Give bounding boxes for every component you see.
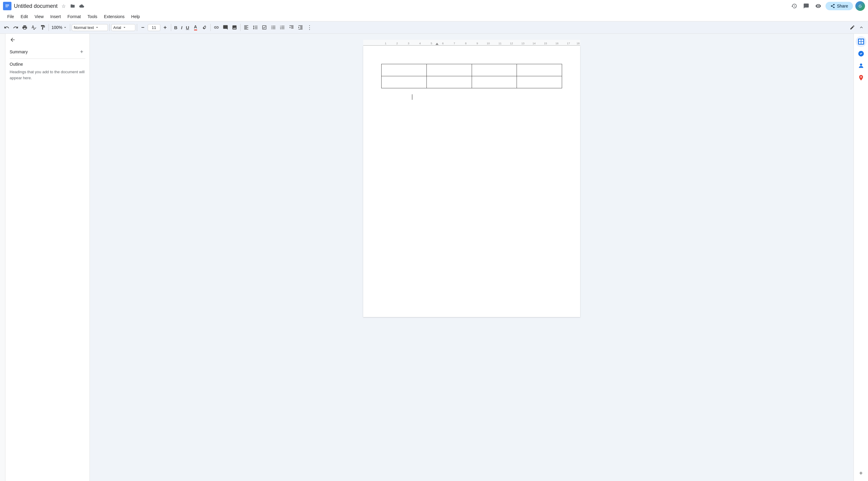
horizontal-ruler: 1 2 3 4 5 6 7 8 9 10 11 12 13 14 15 16 1… — [363, 40, 580, 46]
italic-button[interactable]: I — [180, 23, 184, 32]
svg-rect-1 — [5, 4, 9, 5]
share-button[interactable]: Share — [826, 2, 853, 10]
print-button[interactable] — [21, 23, 29, 32]
view-mode-button[interactable] — [813, 1, 823, 11]
title-icons: ☆ — [60, 2, 85, 10]
insert-image-button[interactable] — [230, 23, 239, 32]
text-cursor-area[interactable] — [411, 94, 562, 100]
tasks-addon-icon[interactable] — [856, 48, 867, 59]
menu-help[interactable]: Help — [128, 13, 143, 20]
divider-7 — [240, 24, 241, 31]
user-avatar[interactable]: G — [855, 1, 865, 11]
table-row — [381, 76, 562, 88]
table-cell[interactable] — [427, 76, 472, 88]
checklist-button[interactable] — [260, 23, 269, 32]
redo-button[interactable] — [11, 23, 20, 32]
menu-file[interactable]: File — [4, 13, 17, 20]
increase-indent-button[interactable] — [296, 23, 305, 32]
table-cell[interactable] — [427, 64, 472, 76]
insert-comment-button[interactable] — [221, 23, 230, 32]
text-style-label: Normal text — [74, 25, 94, 30]
document-page[interactable] — [363, 46, 580, 317]
text-color-button[interactable]: A — [191, 23, 200, 32]
menu-extensions[interactable]: Extensions — [101, 13, 127, 20]
svg-rect-7 — [859, 42, 861, 44]
text-style-selector[interactable]: Normal text — [72, 24, 108, 31]
bold-button[interactable]: B — [173, 23, 179, 32]
sidebar: Summary + Outline Headings that you add … — [5, 34, 90, 481]
menu-bar: File Edit View Insert Format Tools Exten… — [0, 12, 868, 21]
divider-1 — [49, 24, 49, 31]
share-label: Share — [837, 4, 848, 8]
sheets-addon-icon[interactable] — [856, 36, 867, 47]
numbered-list-button[interactable] — [278, 23, 287, 32]
font-label: Arial — [113, 25, 121, 30]
doc-title: Untitled document — [14, 3, 58, 9]
menu-insert[interactable]: Insert — [47, 13, 64, 20]
underline-button[interactable]: U — [184, 23, 191, 32]
menu-view[interactable]: View — [32, 13, 47, 20]
divider-3 — [110, 24, 110, 31]
zoom-selector[interactable]: 100% — [50, 24, 68, 30]
bullet-list-button[interactable] — [269, 23, 278, 32]
table-cell[interactable] — [472, 76, 517, 88]
chat-button[interactable] — [801, 1, 811, 11]
font-size-input[interactable]: 11 — [148, 24, 160, 31]
more-formatting-button[interactable]: ⋮ — [305, 23, 314, 32]
font-selector[interactable]: Arial — [111, 24, 135, 31]
paint-format-button[interactable] — [38, 23, 47, 32]
svg-point-10 — [860, 64, 862, 66]
align-button[interactable] — [242, 23, 250, 32]
menu-format[interactable]: Format — [64, 13, 84, 20]
version-history-button[interactable] — [789, 1, 799, 11]
highlight-color-button[interactable] — [200, 23, 209, 32]
table-cell[interactable] — [517, 76, 562, 88]
summary-section-header: Summary + — [10, 46, 85, 57]
maps-addon-icon[interactable] — [856, 72, 867, 83]
svg-rect-5 — [859, 39, 861, 41]
insert-link-button[interactable] — [212, 23, 221, 32]
font-size-decrease-button[interactable]: − — [138, 23, 147, 32]
add-addon-button[interactable]: + — [856, 468, 867, 479]
menu-tools[interactable]: Tools — [84, 13, 100, 20]
font-size-increase-button[interactable]: + — [161, 23, 169, 32]
text-insertion-cursor — [412, 94, 412, 100]
divider-4 — [137, 24, 137, 31]
move-to-folder-button[interactable] — [69, 2, 76, 10]
star-button[interactable]: ☆ — [60, 2, 67, 10]
svg-rect-6 — [861, 39, 863, 41]
contacts-addon-icon[interactable] — [856, 60, 867, 71]
save-to-drive-button[interactable] — [78, 2, 85, 10]
summary-title: Summary — [10, 50, 28, 54]
line-spacing-button[interactable] — [251, 23, 259, 32]
svg-rect-3 — [5, 7, 8, 7]
table-cell[interactable] — [517, 64, 562, 76]
vertical-ruler — [0, 34, 5, 481]
table-row — [381, 64, 562, 76]
svg-rect-2 — [5, 6, 9, 6]
divider-5 — [171, 24, 171, 31]
zoom-level: 100% — [52, 25, 62, 30]
summary-add-button[interactable]: + — [78, 48, 85, 56]
docs-icon — [3, 2, 11, 10]
document-area[interactable]: 1 2 3 4 5 6 7 8 9 10 11 12 13 14 15 16 1… — [90, 34, 854, 481]
main-layout: Summary + Outline Headings that you add … — [0, 34, 868, 481]
sidebar-back-button[interactable] — [10, 37, 85, 43]
table-cell[interactable] — [381, 64, 427, 76]
outline-title: Outline — [10, 62, 85, 67]
collapse-toolbar-button[interactable] — [857, 23, 866, 32]
formatting-toolbar: 100% Normal text Arial − 11 + B I U A — [0, 21, 868, 34]
svg-rect-8 — [861, 42, 863, 44]
undo-button[interactable] — [2, 23, 11, 32]
table-cell[interactable] — [381, 76, 427, 88]
menu-edit[interactable]: Edit — [18, 13, 31, 20]
decrease-indent-button[interactable] — [287, 23, 296, 32]
outline-hint-text: Headings that you add to the document wi… — [10, 69, 85, 81]
spellcheck-button[interactable] — [30, 23, 38, 32]
edit-mode-button[interactable] — [848, 23, 857, 32]
font-size-value: 11 — [152, 25, 156, 30]
title-bar: Untitled document ☆ Share G — [0, 0, 868, 12]
toolbar-right: Share G — [789, 1, 865, 11]
divider-6 — [210, 24, 211, 31]
table-cell[interactable] — [472, 64, 517, 76]
